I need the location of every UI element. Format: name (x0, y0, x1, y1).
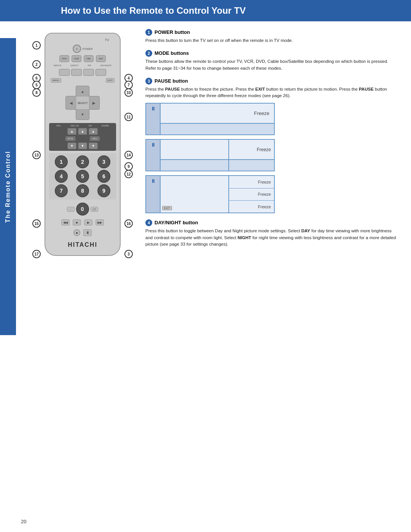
vol-label: VOL (56, 125, 61, 127)
pip-button[interactable] (83, 69, 94, 76)
daynight-btn-title: DAY/NIGHT button (155, 220, 198, 225)
num-7-button[interactable]: 7 (55, 184, 68, 197)
freeze-diagrams: ⏸ Freeze ⏸ (145, 103, 400, 213)
num-9-button[interactable]: 9 (97, 184, 110, 197)
record-button[interactable]: ● (73, 229, 80, 236)
cbl-button[interactable]: CBL (84, 55, 94, 62)
mode-btn-text: These buttons allow the remote to contro… (145, 58, 400, 72)
power-button[interactable]: ○ (73, 45, 81, 53)
dpad-up[interactable]: ▲ (76, 86, 89, 97)
callout-10: 10 (124, 88, 133, 97)
vol-up-row: ▲ ▲ ▲ (51, 128, 114, 135)
vcr-button[interactable]: VCR (72, 55, 81, 62)
dpad-left[interactable]: ◀ (65, 96, 77, 110)
lc-button[interactable]: LC (91, 207, 99, 212)
desc-title-daynight: 4 DAY/NIGHT button (145, 219, 400, 226)
callout-14: 14 (124, 151, 133, 159)
dvd-button[interactable]: DVD (59, 55, 69, 62)
rec-row: ● ⏸ (49, 228, 116, 237)
desc-title-mode: 2 MODE buttons (145, 50, 400, 57)
num-8-button[interactable]: 8 (76, 184, 89, 197)
callout-7: 7 (124, 81, 133, 89)
menu-exit-row: MENU EXIT (49, 78, 116, 83)
daynight-btn-text: Press this button to toggle between Day … (145, 228, 400, 248)
vol-up-button[interactable]: ▲ (67, 128, 76, 135)
pause-btn-text: Press the PAUSE button to freeze the pic… (145, 86, 400, 99)
callout-15: 15 (32, 219, 41, 228)
inputs-button[interactable] (59, 69, 70, 76)
num-5-button[interactable]: 5 (76, 170, 89, 183)
desc-item-pause: 3 PAUSE button Press the PAUSE button to… (145, 78, 400, 214)
sidebar: The Remote Control (0, 38, 16, 335)
dpad-right[interactable]: ▶ (88, 96, 100, 110)
callout-1: 1 (32, 41, 41, 50)
favch-down-button[interactable]: ▼ (78, 142, 87, 149)
sat-button[interactable]: SAT (96, 55, 106, 62)
tv-label: TV (105, 38, 109, 42)
mute-button[interactable]: MUTE (65, 136, 76, 141)
ffwd-button[interactable]: ▶▶ (96, 219, 104, 225)
num-0-button[interactable]: 0 (76, 203, 89, 216)
mode-row: DVD VCR CBL SAT (49, 55, 116, 62)
vol-down-row: ▼ ▼ ▼ (51, 142, 114, 149)
num-1-button[interactable]: 1 (55, 155, 68, 168)
stop-button[interactable]: ■ (73, 219, 81, 225)
daynight-button[interactable] (96, 69, 106, 76)
ch-label: CH (89, 125, 92, 127)
guide-label: GUIDE (102, 125, 109, 127)
dash-button[interactable]: - (67, 207, 75, 212)
fd3-pause-icon: ⏸ (146, 176, 161, 212)
aspect-label: ASPECT (70, 64, 79, 67)
bottom-special-row: - 0 LC (49, 202, 116, 216)
callout-16: 16 (124, 219, 133, 228)
fd2-left-area (161, 140, 228, 159)
favch-label: FAV CH (71, 125, 79, 127)
page-title: How to Use the Remote to Control Your TV (61, 5, 246, 16)
dpad-select[interactable]: SELECT (76, 96, 89, 110)
pause-button[interactable]: ⏸ (83, 229, 92, 236)
num-3-button[interactable]: 3 (97, 155, 110, 168)
main-content: 1 2 6 5 8 13 15 17 4 7 10 11 14 (16, 25, 411, 264)
fd2-main (161, 140, 228, 171)
remote-body: TV ○ POWER DVD VCR CBL SAT INPUTS ASPECT (45, 33, 121, 256)
desc-num-1: 1 (145, 29, 152, 36)
info-label-btn: INFO (89, 136, 100, 141)
callout-3-bottom: 3 (124, 250, 133, 258)
fd3-exit-button[interactable]: EXIT (162, 206, 172, 210)
mute-row: MUTE INFO (51, 136, 114, 141)
num-2-button[interactable]: 2 (76, 155, 89, 168)
ch-down-button[interactable]: ▼ (89, 142, 98, 149)
freeze-diagram-2: ⏸ Freeze (145, 139, 275, 171)
transport-row: ◀◀ ■ ▶ ▶▶ (49, 219, 116, 226)
menu-button[interactable]: MENU (51, 78, 61, 83)
desc-section: 1 POWER button Press this button to turn… (138, 25, 411, 264)
numpad: 1 2 3 4 5 6 7 8 9 (49, 153, 116, 200)
power-label: POWER (83, 48, 92, 50)
fd1-freeze-label: Freeze (161, 104, 274, 123)
fd3-freeze2-label: Freeze (229, 189, 274, 201)
desc-item-mode: 2 MODE buttons These buttons allow the r… (145, 50, 400, 72)
fd3-freeze3-label: Freeze (229, 201, 274, 212)
fd2-pause-icon: ⏸ (146, 140, 161, 171)
callout-12: 12 (124, 170, 133, 178)
pip-label: PIP (88, 64, 91, 67)
rewind-button[interactable]: ◀◀ (61, 219, 70, 225)
exit-button[interactable]: EXIT (106, 78, 115, 83)
callout-8: 8 (32, 88, 41, 97)
fd2-right-bottom (229, 159, 274, 171)
vol-ch-labels: VOL FAV CH CH GUIDE (51, 125, 114, 127)
num-6-button[interactable]: 6 (97, 170, 110, 183)
play-button[interactable]: ▶ (84, 219, 92, 225)
favch-up-button[interactable]: ▲ (78, 128, 87, 135)
fd2-freeze-label: Freeze (229, 140, 274, 159)
dpad-down[interactable]: ▼ (76, 109, 89, 120)
callout-11: 11 (124, 113, 133, 121)
dpad-container: ▲ ▼ ◀ ▶ SELECT (65, 86, 100, 120)
power-btn-text: Press this button to turn the TV set on … (145, 37, 400, 44)
num-4-button[interactable]: 4 (55, 170, 68, 183)
remote-section: 1 2 6 5 8 13 15 17 4 7 10 11 14 (16, 25, 138, 264)
vol-down-button[interactable]: ▼ (67, 142, 76, 149)
desc-num-2: 2 (145, 50, 152, 57)
ch-up-button[interactable]: ▲ (89, 128, 98, 135)
aspect-button[interactable] (71, 69, 82, 76)
